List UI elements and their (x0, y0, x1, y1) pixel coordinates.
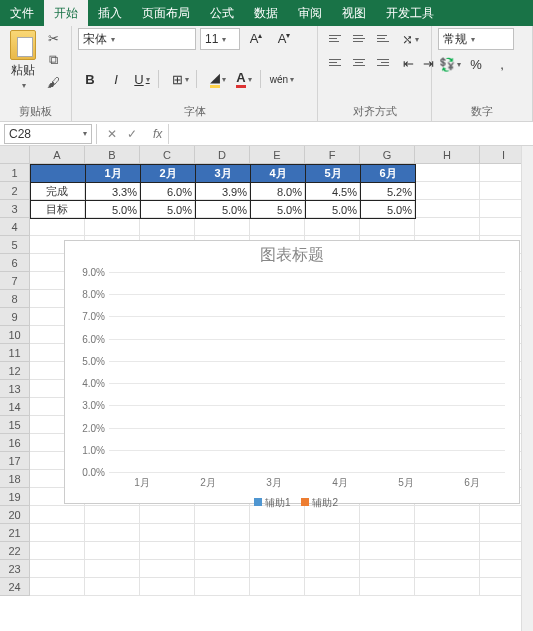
row-header[interactable]: 7 (0, 272, 30, 290)
row-header[interactable]: 11 (0, 344, 30, 362)
row-header[interactable]: 6 (0, 254, 30, 272)
data-table[interactable]: 1月2月3月4月5月6月 完成3.3%6.0%3.9%8.0%4.5%5.2% … (30, 164, 416, 219)
italic-button[interactable]: I (104, 68, 128, 90)
y-tick-label: 4.0% (82, 378, 105, 389)
column-header[interactable]: B (85, 146, 140, 163)
group-label-align: 对齐方式 (324, 104, 425, 121)
name-box-value: C28 (9, 127, 31, 141)
font-name-combo[interactable]: 宋体▾ (78, 28, 196, 50)
chart-title[interactable]: 图表标题 (65, 241, 519, 272)
row-header[interactable]: 18 (0, 470, 30, 488)
tab-1[interactable]: 开始 (44, 0, 88, 26)
phonetic-button[interactable]: wén▾ (270, 68, 294, 90)
chevron-down-icon: ▾ (146, 75, 150, 84)
row-header[interactable]: 12 (0, 362, 30, 380)
format-painter-button[interactable]: 🖌 (42, 72, 64, 92)
row-header[interactable]: 22 (0, 542, 30, 560)
row-header[interactable]: 14 (0, 398, 30, 416)
column-header[interactable]: H (415, 146, 480, 163)
row-header[interactable]: 13 (0, 380, 30, 398)
font-size-combo[interactable]: 11▾ (200, 28, 240, 50)
row-header[interactable]: 3 (0, 200, 30, 218)
font-color-button[interactable]: A▾ (232, 68, 256, 90)
tab-6[interactable]: 审阅 (288, 0, 332, 26)
align-left-button[interactable] (324, 52, 346, 72)
name-box[interactable]: C28▾ (4, 124, 92, 144)
spreadsheet-grid: ABCDEFGHI 123456789101112131415161718192… (0, 146, 533, 631)
row-header[interactable]: 20 (0, 506, 30, 524)
comma-format-button[interactable]: , (490, 53, 514, 75)
tab-0[interactable]: 文件 (0, 0, 44, 26)
border-button[interactable]: ⊞▾ (168, 68, 192, 90)
vertical-scrollbar[interactable] (521, 146, 533, 631)
outdent-icon: ⇤ (403, 56, 414, 71)
align-middle-button[interactable] (348, 28, 370, 48)
percent-format-button[interactable]: % (464, 53, 488, 75)
orientation-icon: ⤭ (402, 32, 413, 47)
x-tick-label: 5月 (398, 476, 414, 490)
font-name-value: 宋体 (83, 31, 107, 48)
column-header[interactable]: F (305, 146, 360, 163)
font-increase-icon: A▴ (250, 31, 263, 46)
row-header[interactable]: 23 (0, 560, 30, 578)
cut-button[interactable]: ✂ (42, 28, 64, 48)
accounting-format-button[interactable]: 💱▾ (438, 53, 462, 75)
chart-legend[interactable]: 辅助1 辅助2 (65, 496, 519, 510)
row-header[interactable]: 4 (0, 218, 30, 236)
row-header[interactable]: 24 (0, 578, 30, 596)
row-header[interactable]: 19 (0, 488, 30, 506)
cancel-formula-button[interactable]: ✕ (107, 127, 117, 141)
copy-button[interactable]: ⧉ (42, 50, 64, 70)
bucket-icon: ◢ (210, 70, 220, 88)
tab-7[interactable]: 视图 (332, 0, 376, 26)
row-header[interactable]: 15 (0, 416, 30, 434)
row-header[interactable]: 5 (0, 236, 30, 254)
row-header[interactable]: 16 (0, 434, 30, 452)
align-right-button[interactable] (372, 52, 394, 72)
select-all-corner[interactable] (0, 146, 30, 163)
chevron-down-icon: ▾ (457, 60, 461, 69)
column-header[interactable]: C (140, 146, 195, 163)
tab-4[interactable]: 公式 (200, 0, 244, 26)
tab-2[interactable]: 插入 (88, 0, 132, 26)
underline-button[interactable]: U▾ (130, 68, 154, 90)
accept-formula-button[interactable]: ✓ (127, 127, 137, 141)
orientation-button[interactable]: ⤭▾ (398, 28, 422, 50)
row-header[interactable]: 1 (0, 164, 30, 182)
currency-icon: 💱 (439, 57, 455, 72)
align-bottom-button[interactable] (372, 28, 394, 48)
embedded-chart[interactable]: 图表标题 0.0%1.0%2.0%3.0%4.0%5.0%6.0%7.0%8.0… (64, 240, 520, 504)
paste-button[interactable]: 粘贴 ▾ (6, 28, 40, 92)
bold-button[interactable]: B (78, 68, 102, 90)
fx-label[interactable]: fx (147, 127, 168, 141)
decrease-indent-button[interactable]: ⇤ (398, 52, 418, 74)
fill-color-button[interactable]: ◢▾ (206, 68, 230, 90)
group-number: 常规▾ 💱▾ % , 数字 (432, 26, 533, 121)
increase-font-button[interactable]: A▴ (244, 28, 268, 50)
align-top-button[interactable] (324, 28, 346, 48)
chevron-down-icon: ▾ (222, 75, 226, 84)
formula-input[interactable] (168, 124, 533, 144)
font-decrease-icon: A▾ (278, 31, 291, 46)
number-format-combo[interactable]: 常规▾ (438, 28, 514, 50)
column-header[interactable]: G (360, 146, 415, 163)
row-header[interactable]: 17 (0, 452, 30, 470)
x-tick-label: 3月 (266, 476, 282, 490)
row-header[interactable]: 10 (0, 326, 30, 344)
tab-5[interactable]: 数据 (244, 0, 288, 26)
row-header[interactable]: 9 (0, 308, 30, 326)
tab-3[interactable]: 页面布局 (132, 0, 200, 26)
group-label-number: 数字 (438, 104, 526, 121)
row-header[interactable]: 21 (0, 524, 30, 542)
chart-plot-area[interactable]: 0.0%1.0%2.0%3.0%4.0%5.0%6.0%7.0%8.0%9.0% (109, 272, 505, 472)
column-header[interactable]: E (250, 146, 305, 163)
row-header[interactable]: 8 (0, 290, 30, 308)
align-center-button[interactable] (348, 52, 370, 72)
decrease-font-button[interactable]: A▾ (272, 28, 296, 50)
row-header[interactable]: 2 (0, 182, 30, 200)
tab-8[interactable]: 开发工具 (376, 0, 444, 26)
column-header[interactable]: A (30, 146, 85, 163)
column-header[interactable]: D (195, 146, 250, 163)
y-tick-label: 9.0% (82, 267, 105, 278)
chart-y-axis: 0.0%1.0%2.0%3.0%4.0%5.0%6.0%7.0%8.0%9.0% (69, 272, 107, 472)
